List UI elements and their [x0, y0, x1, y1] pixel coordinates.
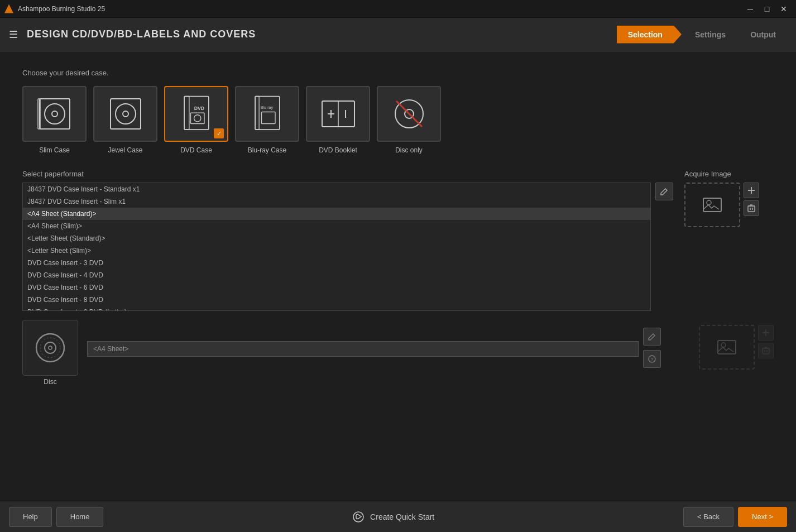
disc-preview-wrapper: Disc — [22, 320, 78, 386]
case-icon-box-booklet — [306, 86, 370, 142]
case-label-disc-only: Disc only — [395, 146, 423, 154]
second-acquire-buttons — [758, 325, 774, 358]
acquire-label: Acquire Image — [684, 170, 774, 178]
app-icon — [4, 4, 13, 13]
svg-line-23 — [396, 101, 422, 127]
preview-section: Disc <A4 Sheet> ? — [22, 320, 774, 386]
acquire-row — [684, 183, 774, 227]
delete-image-button[interactable] — [744, 200, 759, 216]
svg-text:?: ? — [651, 357, 654, 362]
footer: Help Home Create Quick Start < Back Next… — [0, 501, 796, 532]
svg-point-11 — [194, 115, 200, 122]
quick-start-icon — [352, 511, 365, 523]
format-list-item[interactable]: J8437 DVD Case Insert - Slim x1 — [23, 195, 650, 208]
format-list-item[interactable]: DVD Case Insert - 3 DVD (Letter) — [23, 306, 650, 311]
format-list-item[interactable]: <Letter Sheet (Slim)> — [23, 245, 650, 257]
format-list-item[interactable]: J8437 DVD Case Insert - Standard x1 — [23, 183, 650, 195]
slim-case-icon — [35, 94, 74, 133]
breadcrumb-nav: Selection Settings Output — [617, 26, 787, 44]
svg-point-6 — [123, 111, 128, 117]
preview-help-button[interactable]: ? — [643, 350, 661, 368]
svg-point-2 — [52, 111, 57, 117]
svg-point-34 — [45, 342, 56, 353]
format-list-item[interactable]: DVD Case Insert - 8 DVD — [23, 294, 650, 306]
case-icon-box-disc-only — [377, 86, 441, 142]
svg-rect-39 — [718, 341, 736, 354]
svg-rect-8 — [184, 97, 189, 130]
close-button[interactable]: ✕ — [776, 1, 792, 17]
paperformat-label: Select paperformat — [22, 170, 673, 178]
home-button[interactable]: Home — [56, 507, 104, 527]
add-image-button[interactable] — [744, 183, 759, 198]
second-add-image-button[interactable] — [758, 325, 774, 341]
second-delete-image-button[interactable] — [758, 343, 774, 358]
case-selector: Slim Case Jewel Case DVD — [22, 86, 774, 154]
case-item-slim[interactable]: Slim Case — [22, 86, 87, 154]
edit-format-button[interactable] — [655, 183, 673, 200]
next-button[interactable]: Next > — [738, 507, 787, 527]
case-label-dvd: DVD Case — [180, 146, 212, 154]
svg-rect-43 — [763, 348, 769, 354]
format-list-item[interactable]: DVD Case Insert - 4 DVD — [23, 269, 650, 281]
breadcrumb-settings: Settings — [682, 26, 737, 44]
menu-icon[interactable]: ☰ — [9, 28, 18, 41]
titlebar-left: Ashampoo Burning Studio 25 — [4, 4, 105, 13]
jewel-case-icon — [106, 94, 145, 133]
footer-left: Help Home — [9, 507, 103, 527]
second-acquire-area — [699, 325, 774, 370]
svg-rect-13 — [255, 97, 259, 130]
format-bar-row: <A4 Sheet> ? — [87, 324, 774, 370]
svg-point-25 — [707, 200, 711, 205]
titlebar: Ashampoo Burning Studio 25 ─ □ ✕ — [0, 0, 796, 18]
choose-case-label: Choose your desired case. — [22, 69, 774, 77]
svg-point-48 — [353, 512, 363, 522]
acquire-section: Acquire Image — [684, 170, 774, 227]
case-item-jewel[interactable]: Jewel Case — [93, 86, 157, 154]
acquire-image-icon — [701, 194, 723, 216]
format-list-item[interactable]: DVD Case Insert - 3 DVD — [23, 257, 650, 269]
breadcrumb-selection[interactable]: Selection — [617, 26, 682, 44]
disc-preview — [22, 320, 78, 376]
help-button[interactable]: Help — [9, 507, 52, 527]
minimize-button[interactable]: ─ — [742, 1, 758, 17]
case-item-disc-only[interactable]: Disc only — [377, 86, 441, 154]
acquire-buttons — [744, 183, 759, 216]
format-list-item[interactable]: <A4 Sheet (Slim)> — [23, 220, 650, 232]
svg-point-40 — [721, 343, 726, 347]
case-icon-box-bluray: Blu-ray — [235, 86, 299, 142]
acquire-image-box — [684, 183, 740, 227]
titlebar-controls: ─ □ ✕ — [742, 1, 792, 17]
disc-preview-icon — [33, 331, 67, 365]
breadcrumb-output: Output — [737, 26, 787, 44]
case-icon-box-dvd: DVD — [164, 86, 228, 142]
back-button[interactable]: < Back — [683, 507, 733, 527]
preview-edit-buttons: ? — [643, 328, 661, 370]
footer-right: < Back Next > — [683, 507, 787, 527]
dvd-case-icon: DVD — [180, 94, 213, 133]
format-list-item[interactable]: <Letter Sheet (Standard)> — [23, 232, 650, 245]
case-item-bluray[interactable]: Blu-ray Blu-ray Case — [235, 86, 299, 154]
format-list[interactable]: J8437 DVD Case Insert - Standard x1J8437… — [22, 183, 651, 311]
preview-edit-button[interactable] — [643, 328, 661, 346]
selected-format-bar: <A4 Sheet> — [87, 341, 639, 357]
case-label-bluray: Blu-ray Case — [248, 146, 286, 154]
main-content: Choose your desired case. Slim Case — [0, 52, 796, 501]
svg-point-5 — [116, 104, 136, 124]
disc-only-icon — [390, 94, 429, 133]
maximize-button[interactable]: □ — [759, 1, 775, 17]
page-title: DESIGN CD/DVD/BD-LABELS AND COVERS — [27, 28, 256, 40]
format-list-item[interactable]: <A4 Sheet (Standard)> — [23, 208, 650, 220]
quick-start-label: Create Quick Start — [370, 512, 434, 521]
format-list-container: J8437 DVD Case Insert - Standard x1J8437… — [22, 183, 673, 311]
case-item-booklet[interactable]: DVD Booklet — [306, 86, 370, 154]
format-list-item[interactable]: DVD Case Insert - 6 DVD — [23, 281, 650, 294]
svg-rect-24 — [703, 198, 721, 212]
case-item-dvd[interactable]: DVD DVD Case — [164, 86, 228, 154]
second-acquire-icon — [716, 336, 738, 358]
quick-start-area[interactable]: Create Quick Start — [352, 511, 434, 523]
booklet-case-icon — [319, 94, 358, 133]
case-label-jewel: Jewel Case — [108, 146, 142, 154]
disc-preview-label: Disc — [44, 378, 56, 386]
second-acquire-box — [699, 325, 755, 370]
svg-rect-28 — [748, 206, 755, 212]
